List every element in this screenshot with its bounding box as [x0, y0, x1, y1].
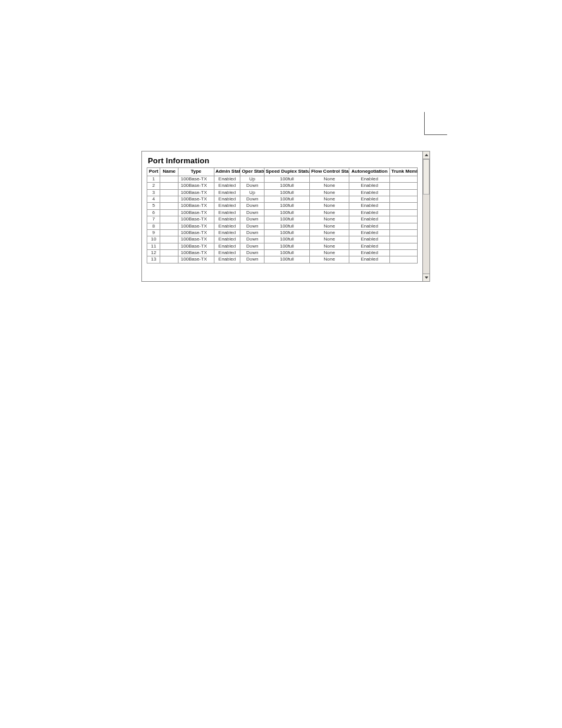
col-admin: Admin Status — [214, 168, 240, 176]
cell-trunk — [390, 203, 418, 209]
cell-trunk — [390, 256, 418, 263]
cell-auto: Enabled — [349, 203, 390, 209]
cell-auto: Enabled — [349, 189, 390, 196]
cell-speed: 100full — [264, 183, 309, 189]
cell-auto: Enabled — [349, 229, 390, 236]
cell-flow: None — [310, 196, 349, 202]
cell-oper: Down — [240, 183, 265, 189]
cell-admin: Enabled — [214, 176, 240, 182]
cell-auto: Enabled — [349, 176, 390, 182]
cell-trunk — [390, 176, 418, 182]
cell-name — [160, 203, 178, 209]
cell-type: 100Base-TX — [178, 176, 214, 182]
cell-oper: Down — [240, 209, 265, 216]
cell-port: 12 — [147, 250, 160, 256]
scrollbar-track[interactable] — [423, 159, 429, 274]
cell-port: 8 — [147, 223, 160, 229]
vertical-scrollbar[interactable] — [423, 151, 430, 282]
cell-type: 100Base-TX — [178, 256, 214, 263]
cell-name — [160, 223, 178, 229]
cell-flow: None — [310, 209, 349, 216]
cell-name — [160, 250, 178, 256]
cell-speed: 100full — [264, 236, 309, 243]
scroll-down-button[interactable] — [423, 274, 429, 281]
table-row: 6100Base-TXEnabledDown100fullNoneEnabled — [147, 209, 418, 216]
cell-oper: Down — [240, 229, 265, 236]
cell-auto: Enabled — [349, 243, 390, 249]
cell-admin: Enabled — [214, 236, 240, 243]
cell-trunk — [390, 196, 418, 202]
cell-port: 1 — [147, 176, 160, 182]
chevron-down-icon — [425, 276, 428, 279]
cell-admin: Enabled — [214, 183, 240, 189]
cell-port: 4 — [147, 196, 160, 202]
cell-speed: 100full — [264, 243, 309, 249]
cell-name — [160, 196, 178, 202]
cell-name — [160, 229, 178, 236]
cell-port: 2 — [147, 183, 160, 189]
cell-speed: 100full — [264, 203, 309, 209]
cell-auto: Enabled — [349, 183, 390, 189]
cell-auto: Enabled — [349, 250, 390, 256]
cell-oper: Down — [240, 203, 265, 209]
cell-type: 100Base-TX — [178, 196, 214, 202]
cell-name — [160, 243, 178, 249]
cell-type: 100Base-TX — [178, 203, 214, 209]
cell-flow: None — [310, 250, 349, 256]
cell-oper: Down — [240, 250, 265, 256]
col-type: Type — [178, 168, 214, 176]
cell-auto: Enabled — [349, 256, 390, 263]
cell-type: 100Base-TX — [178, 243, 214, 249]
cell-trunk — [390, 250, 418, 256]
cell-flow: None — [310, 203, 349, 209]
cell-port: 10 — [147, 236, 160, 243]
cell-oper: Down — [240, 223, 265, 229]
cell-port: 7 — [147, 216, 160, 223]
cell-type: 100Base-TX — [178, 183, 214, 189]
cell-auto: Enabled — [349, 209, 390, 216]
cell-speed: 100full — [264, 256, 309, 263]
cell-port: 11 — [147, 243, 160, 249]
scroll-up-button[interactable] — [423, 151, 429, 159]
cell-admin: Enabled — [214, 196, 240, 202]
col-port: Port — [147, 168, 160, 176]
cell-oper: Down — [240, 256, 265, 263]
cell-admin: Enabled — [214, 250, 240, 256]
cell-trunk — [390, 236, 418, 243]
table-row: 7100Base-TXEnabledDown100fullNoneEnabled — [147, 216, 418, 223]
cell-trunk — [390, 216, 418, 223]
table-header-row: Port Name Type Admin Status Oper Status … — [147, 168, 418, 176]
cell-type: 100Base-TX — [178, 189, 214, 196]
table-row: 11100Base-TXEnabledDown100fullNoneEnable… — [147, 243, 418, 249]
cell-name — [160, 183, 178, 189]
cell-flow: None — [310, 229, 349, 236]
cell-name — [160, 189, 178, 196]
cell-oper: Down — [240, 196, 265, 202]
cell-name — [160, 216, 178, 223]
table-row: 12100Base-TXEnabledDown100fullNoneEnable… — [147, 250, 418, 256]
cell-type: 100Base-TX — [178, 223, 214, 229]
cell-admin: Enabled — [214, 243, 240, 249]
cell-admin: Enabled — [214, 223, 240, 229]
port-info-window: Port Information Port Name Type Admin St… — [141, 151, 430, 282]
cell-auto: Enabled — [349, 196, 390, 202]
port-info-table: Port Name Type Admin Status Oper Status … — [147, 167, 418, 263]
table-row: 13100Base-TXEnabledDown100fullNoneEnable… — [147, 256, 418, 263]
cell-name — [160, 236, 178, 243]
scrollbar-thumb[interactable] — [423, 159, 429, 195]
cell-speed: 100full — [264, 189, 309, 196]
cell-admin: Enabled — [214, 189, 240, 196]
table-row: 5100Base-TXEnabledDown100fullNoneEnabled — [147, 203, 418, 209]
cell-port: 6 — [147, 209, 160, 216]
cell-port: 3 — [147, 189, 160, 196]
cell-trunk — [390, 183, 418, 189]
cell-type: 100Base-TX — [178, 236, 214, 243]
cell-type: 100Base-TX — [178, 209, 214, 216]
cell-admin: Enabled — [214, 229, 240, 236]
col-auto: Autonegotiation — [349, 168, 390, 176]
table-row: 3100Base-TXEnabledUp100fullNoneEnabled — [147, 189, 418, 196]
cell-flow: None — [310, 176, 349, 182]
cell-admin: Enabled — [214, 216, 240, 223]
table-row: 2100Base-TXEnabledDown100fullNoneEnabled — [147, 183, 418, 189]
cell-admin: Enabled — [214, 209, 240, 216]
